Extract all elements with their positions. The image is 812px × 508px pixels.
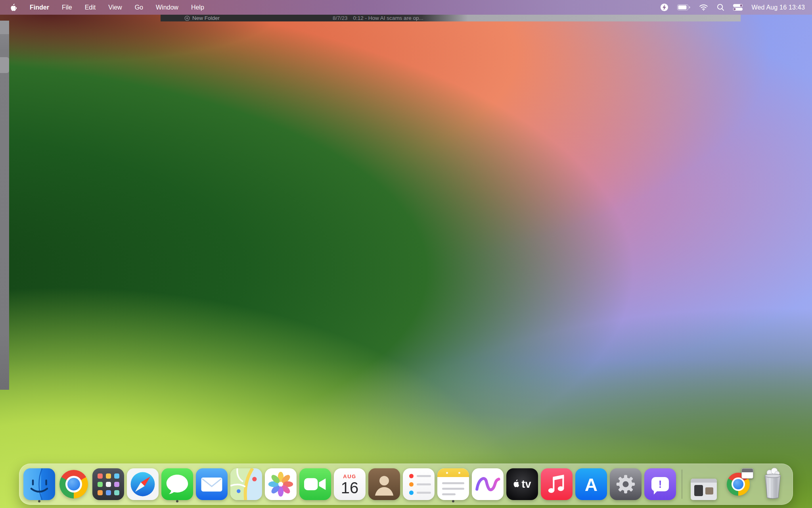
menu-bar: Finder File Edit View Go Window Help (0, 0, 812, 15)
background-window-left-edge (0, 21, 9, 390)
dock-item-music[interactable] (541, 465, 573, 503)
menu-edit[interactable]: Edit (85, 4, 96, 11)
file-date: 8/7/23 (333, 15, 348, 21)
power-bolt-icon[interactable] (660, 3, 668, 12)
app-store-icon: A (575, 468, 607, 500)
file-name: 0:12 - How AI scams are op... (353, 15, 423, 21)
calendar-day-label: 16 (341, 480, 359, 496)
calendar-month-label: AUG (343, 473, 356, 479)
dock-item-facetime[interactable] (299, 465, 331, 503)
dock-item-system-settings[interactable] (610, 465, 642, 503)
apple-tv-icon: tv (506, 468, 538, 500)
dock-item-calendar[interactable]: AUG 16 (334, 465, 366, 503)
app-store-letter: A (585, 475, 598, 495)
minimized-chrome-window-icon (722, 468, 754, 500)
running-indicator (38, 500, 40, 502)
dock: AUG 16 (19, 464, 793, 505)
background-window-sidebar-item-edge (0, 57, 9, 73)
dock-item-feedback-assistant[interactable]: ! (644, 465, 676, 503)
window-badge-icon (741, 468, 753, 479)
file-row[interactable]: 8/7/23 0:12 - How AI scams are op... (333, 15, 423, 21)
menubar-clock[interactable]: Wed Aug 16 13:43 (751, 4, 805, 11)
macos-desktop: New Folder 8/7/23 0:12 - How AI scams ar… (0, 0, 812, 508)
contacts-icon (368, 468, 400, 500)
background-window-edge-highlight (0, 21, 9, 34)
dock-item-photos[interactable] (265, 465, 297, 503)
notes-icon (437, 468, 469, 500)
new-folder-button[interactable]: New Folder (184, 15, 220, 21)
menu-bar-status: Wed Aug 16 13:43 (660, 3, 812, 12)
dock-item-minimized-chrome-window[interactable] (722, 465, 754, 503)
dock-item-contacts[interactable] (368, 465, 400, 503)
wifi-icon[interactable] (699, 4, 708, 11)
finder-icon (23, 468, 55, 500)
menu-bar-left: Finder File Edit View Go Window Help (0, 4, 204, 12)
desktop-wallpaper (0, 15, 812, 508)
running-indicator (452, 500, 454, 502)
trash-full-icon (757, 468, 789, 500)
dock-item-safari[interactable] (127, 465, 159, 503)
system-settings-icon (610, 468, 642, 500)
speech-bubble-icon: ! (651, 477, 669, 491)
control-center-icon[interactable] (733, 4, 743, 11)
freeform-icon (472, 468, 504, 500)
new-folder-label: New Folder (192, 15, 220, 21)
apple-logo-icon (10, 4, 17, 12)
tv-label: tv (521, 478, 531, 491)
menu-help[interactable]: Help (191, 4, 204, 11)
dock-item-apple-tv[interactable]: tv (506, 465, 538, 503)
mail-icon (196, 468, 228, 500)
running-indicator (176, 500, 178, 502)
menu-go[interactable]: Go (135, 4, 143, 11)
plus-circle-icon (184, 15, 190, 21)
music-icon (541, 468, 573, 500)
apple-logo-small-icon (513, 479, 520, 488)
dock-item-reminders[interactable] (403, 465, 435, 503)
maps-icon (230, 468, 262, 500)
dock-item-app-store[interactable]: A (575, 465, 607, 503)
calendar-icon: AUG 16 (334, 468, 366, 500)
minimized-window-thumbnail (688, 468, 720, 500)
messages-icon (161, 468, 193, 500)
feedback-assistant-icon: ! (644, 468, 676, 500)
dock-item-freeform[interactable] (472, 465, 504, 503)
chrome-icon (58, 468, 90, 500)
menu-view[interactable]: View (108, 4, 122, 11)
dock-item-notes[interactable] (437, 465, 469, 503)
menu-window[interactable]: Window (156, 4, 178, 11)
battery-icon[interactable] (677, 4, 690, 10)
launchpad-icon (92, 468, 124, 500)
safari-icon (127, 468, 159, 500)
reminders-icon (403, 468, 435, 500)
photos-icon (265, 468, 297, 500)
feedback-exclamation: ! (659, 479, 662, 489)
menu-file[interactable]: File (62, 4, 72, 11)
spotlight-icon[interactable] (717, 4, 724, 11)
facetime-icon (299, 468, 331, 500)
dock-item-minimized-window[interactable] (688, 465, 720, 503)
dock-item-chrome[interactable] (58, 465, 90, 503)
dock-separator (682, 470, 682, 499)
apple-menu[interactable] (10, 4, 17, 12)
background-window-toolbar: New Folder 8/7/23 0:12 - How AI scams ar… (161, 15, 741, 21)
dock-item-launchpad[interactable] (92, 465, 124, 503)
dock-item-mail[interactable] (196, 465, 228, 503)
app-menu-finder[interactable]: Finder (30, 4, 49, 11)
dock-item-messages[interactable] (161, 465, 193, 503)
dock-item-maps[interactable] (230, 465, 262, 503)
dock-item-finder[interactable] (23, 465, 55, 503)
dock-item-trash[interactable] (757, 465, 789, 503)
